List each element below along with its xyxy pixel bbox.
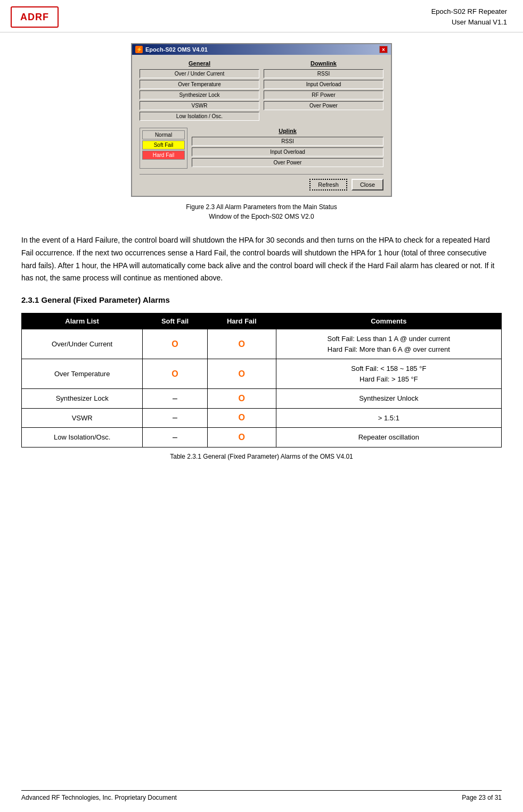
soft-fail-cell: – xyxy=(143,408,208,428)
alarm-name-cell: Low Isolation/Osc. xyxy=(22,428,143,448)
oms-window: ⚡ Epoch-S02 OMS V4.01 × General Over / U… xyxy=(131,43,392,197)
soft-fail-cell: O xyxy=(143,329,208,359)
soft-fail-cell: – xyxy=(143,389,208,409)
status-badges-container: Normal Soft Fail Hard Fail xyxy=(140,128,187,169)
comment-line1: Repeater oscillation xyxy=(358,433,419,441)
oms-body: General Over / Under Current Over Temper… xyxy=(132,55,391,196)
oms-window-title: Epoch-S02 OMS V4.01 xyxy=(145,46,208,53)
hard-fail-cell: O xyxy=(207,359,276,389)
hard-fail-indicator: O xyxy=(239,413,245,422)
oms-app-icon: ⚡ xyxy=(135,46,143,53)
title-line2: User Manual V1.1 xyxy=(431,17,507,28)
hard-fail-cell: O xyxy=(207,408,276,428)
general-column: General Over / Under Current Over Temper… xyxy=(140,60,259,122)
oms-window-container: ⚡ Epoch-S02 OMS V4.01 × General Over / U… xyxy=(21,43,502,197)
comment-cell: Synthesizer Unlock xyxy=(276,389,501,409)
downlink-rssi-btn[interactable]: RSSI xyxy=(264,69,383,78)
title-line1: Epoch-S02 RF Repeater xyxy=(431,6,507,17)
comment-line1: Soft Fail: < 158 ~ 185 °F xyxy=(351,364,426,372)
comment-cell: Soft Fail: Less than 1 A @ under current… xyxy=(276,329,501,359)
soft-fail-dash: – xyxy=(173,413,177,422)
downlink-label: Downlink xyxy=(264,60,383,67)
document-title: Epoch-S02 RF Repeater User Manual V1.1 xyxy=(431,6,507,27)
hard-fail-cell: O xyxy=(207,428,276,448)
soft-fail-indicator: O xyxy=(171,339,178,349)
table-caption: Table 2.3.1 General (Fixed Parameter) Al… xyxy=(21,453,502,460)
status-uplink-area: Normal Soft Fail Hard Fail Uplink RSSI I… xyxy=(140,128,383,169)
hard-fail-cell: O xyxy=(207,329,276,359)
uplink-label: Uplink xyxy=(192,128,383,134)
uplink-rssi-btn[interactable]: RSSI xyxy=(192,137,383,146)
hard-fail-indicator: O xyxy=(239,339,245,349)
comment-cell: Repeater oscillation xyxy=(276,428,501,448)
body-text: In the event of a Hard Failure, the cont… xyxy=(21,234,502,285)
refresh-button[interactable]: Refresh xyxy=(309,179,347,190)
table-header-alarm: Alarm List xyxy=(22,313,143,329)
hard-fail-indicator: O xyxy=(239,369,245,378)
section-heading: 2.3.1 General (Fixed Parameter) Alarms xyxy=(21,295,502,304)
footer-right: Page 23 of 31 xyxy=(462,794,502,801)
oms-close-button[interactable]: × xyxy=(379,46,388,53)
alarm-name-cell: Synthesizer Lock xyxy=(22,389,143,409)
status-hard-badge: Hard Fail xyxy=(142,151,185,160)
hard-fail-cell: O xyxy=(207,389,276,409)
synthesizer-lock-btn[interactable]: Synthesizer Lock xyxy=(140,90,259,100)
table-header-soft-fail: Soft Fail xyxy=(143,313,208,329)
oms-titlebar: ⚡ Epoch-S02 OMS V4.01 × xyxy=(132,44,391,55)
table-row: Low Isolation/Osc.–ORepeater oscillation xyxy=(22,428,502,448)
page-footer: Advanced RF Technologies, Inc. Proprieta… xyxy=(21,790,502,801)
page-header: ADRF Epoch-S02 RF Repeater User Manual V… xyxy=(0,0,523,32)
oms-separator xyxy=(140,174,383,175)
status-soft-badge: Soft Fail xyxy=(142,140,185,150)
titlebar-left: ⚡ Epoch-S02 OMS V4.01 xyxy=(135,46,208,53)
vswr-btn[interactable]: VSWR xyxy=(140,101,259,110)
alarm-name-cell: VSWR xyxy=(22,408,143,428)
figure-caption-line1: Figure 2.3 All Alarm Parameters from the… xyxy=(21,202,502,212)
comment-line2: Hard Fail: > 185 °F xyxy=(359,375,418,383)
downlink-input-overload-btn[interactable]: Input Overload xyxy=(264,80,383,89)
uplink-input-overload-btn[interactable]: Input Overload xyxy=(192,147,383,156)
close-button[interactable]: Close xyxy=(352,179,383,190)
soft-fail-cell: O xyxy=(143,359,208,389)
logo-area: ADRF xyxy=(11,6,59,28)
oms-footer-buttons: Refresh Close xyxy=(140,179,383,190)
table-row: VSWR–O> 1.5:1 xyxy=(22,408,502,428)
logo-text: ADRF xyxy=(20,12,49,23)
alarm-name-cell: Over Temperature xyxy=(22,359,143,389)
uplink-over-power-btn[interactable]: Over Power xyxy=(192,158,383,167)
comment-line2: Hard Fail: More than 6 A @ over current xyxy=(328,345,450,353)
table-header-comments: Comments xyxy=(276,313,501,329)
downlink-over-power-btn[interactable]: Over Power xyxy=(264,101,383,110)
soft-fail-dash: – xyxy=(173,433,177,442)
comment-line1: > 1.5:1 xyxy=(378,414,399,422)
soft-fail-dash: – xyxy=(173,394,177,403)
figure-caption-line2: Window of the Epoch-S02 OMS V2.0 xyxy=(21,212,502,221)
alarm-table: Alarm List Soft Fail Hard Fail Comments … xyxy=(21,313,502,448)
downlink-column: Downlink RSSI Input Overload RF Power Ov… xyxy=(264,60,383,122)
comment-cell: Soft Fail: < 158 ~ 185 °FHard Fail: > 18… xyxy=(276,359,501,389)
hard-fail-indicator: O xyxy=(239,433,245,442)
downlink-rf-power-btn[interactable]: RF Power xyxy=(264,90,383,100)
hard-fail-indicator: O xyxy=(239,394,245,403)
figure-caption: Figure 2.3 All Alarm Parameters from the… xyxy=(21,202,502,221)
footer-left: Advanced RF Technologies, Inc. Proprieta… xyxy=(21,794,177,801)
comment-line1: Soft Fail: Less than 1 A @ under current xyxy=(327,335,450,343)
status-normal-badge: Normal xyxy=(142,130,185,139)
soft-fail-indicator: O xyxy=(171,369,178,378)
main-content: ⚡ Epoch-S02 OMS V4.01 × General Over / U… xyxy=(0,32,523,476)
oms-grid: General Over / Under Current Over Temper… xyxy=(140,60,383,122)
table-header-hard-fail: Hard Fail xyxy=(207,313,276,329)
over-under-current-btn[interactable]: Over / Under Current xyxy=(140,69,259,78)
low-isolation-btn[interactable]: Low Isolation / Osc. xyxy=(140,112,259,121)
general-label: General xyxy=(140,60,259,67)
soft-fail-cell: – xyxy=(143,428,208,448)
over-temperature-btn[interactable]: Over Temperature xyxy=(140,80,259,89)
table-row: Over/Under CurrentOOSoft Fail: Less than… xyxy=(22,329,502,359)
table-row: Over TemperatureOOSoft Fail: < 158 ~ 185… xyxy=(22,359,502,389)
comment-cell: > 1.5:1 xyxy=(276,408,501,428)
comment-line1: Synthesizer Unlock xyxy=(359,394,418,402)
company-logo: ADRF xyxy=(11,6,59,28)
alarm-name-cell: Over/Under Current xyxy=(22,329,143,359)
table-row: Synthesizer Lock–OSynthesizer Unlock xyxy=(22,389,502,409)
uplink-column: Uplink RSSI Input Overload Over Power xyxy=(192,128,383,169)
